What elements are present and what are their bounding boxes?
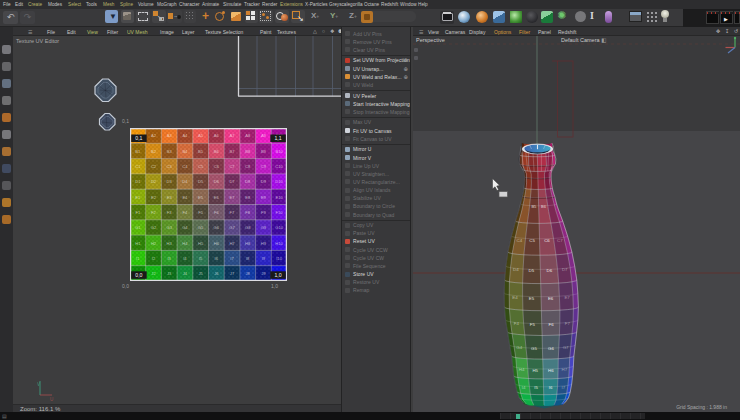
svg-text:E5: E5 [529, 296, 535, 301]
svg-text:H3: H3 [167, 241, 173, 246]
svg-text:D8: D8 [245, 179, 251, 184]
svg-text:A9: A9 [261, 133, 267, 138]
svg-text:1,1: 1,1 [274, 135, 281, 141]
svg-text:F5: F5 [530, 322, 536, 327]
svg-text:F4: F4 [514, 321, 520, 326]
svg-text:V: V [37, 382, 40, 387]
svg-text:F5: F5 [198, 210, 204, 215]
svg-text:H5: H5 [198, 241, 204, 246]
svg-text:C4: C4 [182, 164, 188, 169]
svg-text:C5: C5 [529, 238, 535, 243]
svg-text:C8: C8 [245, 164, 251, 169]
svg-text:D6: D6 [546, 268, 552, 273]
svg-text:D2: D2 [151, 179, 157, 184]
svg-text:A6: A6 [214, 133, 220, 138]
svg-text:D9: D9 [261, 179, 267, 184]
svg-text:D6: D6 [214, 179, 220, 184]
svg-text:A4: A4 [182, 133, 188, 138]
svg-text:E10: E10 [275, 195, 283, 200]
svg-text:B3: B3 [167, 149, 173, 154]
svg-text:B6: B6 [214, 149, 220, 154]
svg-text:B1: B1 [135, 149, 141, 154]
svg-text:G1: G1 [135, 225, 141, 230]
svg-text:0,0: 0,0 [135, 272, 142, 278]
svg-text:C7: C7 [557, 238, 563, 243]
svg-text:G2: G2 [151, 225, 157, 230]
svg-text:H7: H7 [229, 241, 235, 246]
svg-text:C5: C5 [198, 164, 204, 169]
svg-text:E7: E7 [564, 295, 570, 300]
svg-text:E1: E1 [135, 195, 141, 200]
svg-text:D5: D5 [198, 179, 204, 184]
svg-text:0,1: 0,1 [135, 135, 142, 141]
svg-text:J6: J6 [214, 271, 219, 276]
svg-text:G6: G6 [548, 346, 554, 351]
svg-text:J5: J5 [198, 271, 203, 276]
svg-text:F6: F6 [549, 322, 555, 327]
svg-text:G10: G10 [275, 225, 283, 230]
svg-text:E6: E6 [548, 296, 554, 301]
svg-text:G8: G8 [245, 225, 251, 230]
svg-text:H4: H4 [182, 241, 188, 246]
svg-text:H1: H1 [135, 241, 141, 246]
svg-text:C6: C6 [544, 238, 550, 243]
svg-text:H9: H9 [261, 241, 267, 246]
svg-text:I10: I10 [276, 256, 282, 261]
svg-text:B9: B9 [261, 149, 267, 154]
svg-text:C9: C9 [261, 164, 267, 169]
svg-text:I4: I4 [522, 385, 526, 390]
svg-text:H10: H10 [275, 241, 283, 246]
svg-text:F7: F7 [565, 321, 571, 326]
svg-text:G7: G7 [229, 225, 235, 230]
svg-text:D1: D1 [135, 179, 141, 184]
svg-text:H6: H6 [548, 368, 554, 373]
svg-text:D5: D5 [529, 268, 535, 273]
svg-text:E4: E4 [182, 195, 188, 200]
svg-text:A8: A8 [245, 133, 251, 138]
svg-text:E7: E7 [229, 195, 235, 200]
svg-text:H7: H7 [562, 367, 568, 372]
svg-text:D4: D4 [182, 179, 188, 184]
svg-text:B5: B5 [531, 204, 537, 209]
svg-text:E6: E6 [214, 195, 220, 200]
svg-text:C1: C1 [135, 164, 141, 169]
svg-text:E9: E9 [261, 195, 267, 200]
svg-text:G9: G9 [261, 225, 267, 230]
svg-text:F6: F6 [214, 210, 220, 215]
svg-text:C3: C3 [167, 164, 173, 169]
svg-text:H2: H2 [151, 241, 157, 246]
svg-text:A7: A7 [229, 133, 235, 138]
svg-text:J2: J2 [151, 271, 156, 276]
svg-text:B6: B6 [541, 204, 547, 209]
svg-text:F10: F10 [276, 210, 284, 215]
svg-text:H5: H5 [532, 368, 538, 373]
svg-text:E4: E4 [512, 295, 518, 300]
svg-text:A3: A3 [167, 133, 173, 138]
svg-text:J4: J4 [183, 271, 188, 276]
svg-text:F2: F2 [151, 210, 157, 215]
svg-text:E8: E8 [245, 195, 251, 200]
svg-text:B8: B8 [245, 149, 251, 154]
svg-text:E5: E5 [198, 195, 204, 200]
svg-text:A5: A5 [198, 133, 204, 138]
svg-text:C10: C10 [275, 164, 283, 169]
svg-text:F9: F9 [261, 210, 267, 215]
svg-text:D3: D3 [167, 179, 173, 184]
svg-text:G4: G4 [516, 345, 522, 350]
svg-text:U: U [50, 397, 53, 402]
svg-text:1,0: 1,0 [274, 272, 281, 278]
svg-text:I7: I7 [561, 385, 565, 390]
svg-text:B4: B4 [182, 149, 188, 154]
svg-text:B7: B7 [229, 149, 235, 154]
svg-text:B10: B10 [275, 149, 283, 154]
svg-text:H8: H8 [245, 241, 251, 246]
svg-text:F7: F7 [230, 210, 236, 215]
svg-text:G7: G7 [563, 345, 569, 350]
svg-text:H6: H6 [214, 241, 220, 246]
svg-text:D4: D4 [513, 267, 519, 272]
svg-text:H4: H4 [519, 367, 525, 372]
svg-text:J7: J7 [230, 271, 235, 276]
svg-text:F4: F4 [183, 210, 189, 215]
svg-text:G4: G4 [182, 225, 188, 230]
svg-text:D7: D7 [229, 179, 235, 184]
